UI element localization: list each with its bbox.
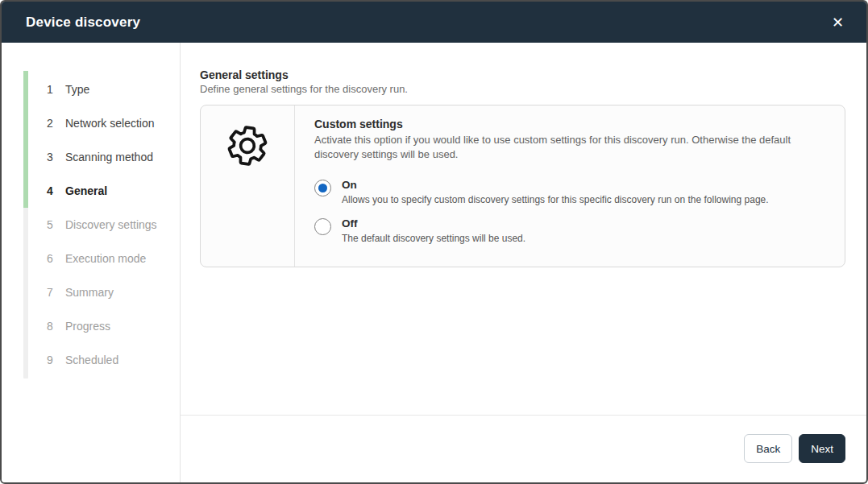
- dialog-title: Device discovery: [26, 14, 140, 31]
- step-number: 4: [47, 184, 59, 197]
- radio-option-off[interactable]: Off The default discovery settings will …: [314, 217, 825, 244]
- gear-icon: [225, 122, 270, 267]
- radio-on-description: Allows you to specify custom discovery s…: [342, 194, 769, 205]
- radio-off-description: The default discovery settings will be u…: [342, 233, 525, 244]
- step-label: Scheduled: [65, 354, 118, 366]
- step-network-selection[interactable]: 2 Network selection: [2, 106, 180, 140]
- back-button[interactable]: Back: [744, 434, 792, 463]
- step-number: 9: [47, 354, 59, 366]
- radio-off-unselected[interactable]: [314, 218, 331, 235]
- dialog-footer: Back Next: [181, 415, 866, 482]
- wizard-steps-sidebar: 1 Type 2 Network selection 3 Scanning me…: [2, 43, 181, 482]
- custom-settings-card: Custom settings Activate this option if …: [200, 105, 845, 267]
- next-button[interactable]: Next: [799, 434, 845, 463]
- page-title: General settings: [200, 68, 845, 81]
- step-number: 3: [47, 151, 59, 163]
- step-label: Progress: [65, 320, 110, 333]
- step-label: Network selection: [65, 117, 155, 130]
- main-panel: General settings Define general settings…: [181, 43, 866, 482]
- step-label: General: [65, 184, 107, 197]
- card-content: Custom settings Activate this option if …: [295, 105, 845, 267]
- step-summary[interactable]: 7 Summary: [2, 275, 180, 309]
- step-progress[interactable]: 8 Progress: [2, 309, 180, 343]
- step-number: 5: [47, 218, 59, 231]
- dialog-body: 1 Type 2 Network selection 3 Scanning me…: [2, 43, 866, 482]
- step-number: 1: [47, 83, 59, 96]
- device-discovery-dialog: Device discovery ✕ 1 Type 2 Network sele…: [0, 0, 868, 484]
- card-title: Custom settings: [314, 118, 825, 130]
- close-icon[interactable]: ✕: [827, 12, 849, 33]
- radio-on-label: On: [342, 179, 769, 191]
- card-icon-panel: [201, 105, 295, 267]
- step-label: Execution mode: [65, 252, 146, 265]
- progress-track: [23, 71, 28, 379]
- radio-on-selected[interactable]: [314, 180, 331, 196]
- step-general[interactable]: 4 General: [2, 174, 180, 208]
- step-label: Scanning method: [65, 151, 153, 163]
- radio-off-label: Off: [342, 217, 525, 230]
- card-description: Activate this option if you would like t…: [314, 133, 825, 163]
- step-number: 6: [47, 252, 59, 265]
- page-subtitle: Define general settings for the discover…: [200, 83, 845, 95]
- step-list: 1 Type 2 Network selection 3 Scanning me…: [2, 43, 180, 377]
- step-label: Summary: [65, 286, 114, 299]
- step-label: Type: [65, 83, 89, 96]
- step-type[interactable]: 1 Type: [2, 72, 180, 106]
- dialog-header: Device discovery ✕: [2, 2, 866, 43]
- step-discovery-settings[interactable]: 5 Discovery settings: [2, 208, 180, 242]
- general-settings-content: General settings Define general settings…: [181, 43, 866, 415]
- step-number: 8: [47, 320, 59, 333]
- step-execution-mode[interactable]: 6 Execution mode: [2, 242, 180, 275]
- step-scanning-method[interactable]: 3 Scanning method: [2, 140, 180, 174]
- step-scheduled[interactable]: 9 Scheduled: [2, 343, 180, 377]
- step-number: 2: [47, 117, 59, 130]
- progress-fill: [23, 71, 28, 208]
- radio-option-on[interactable]: On Allows you to specify custom discover…: [314, 179, 825, 205]
- step-number: 7: [47, 286, 59, 299]
- step-label: Discovery settings: [65, 218, 157, 231]
